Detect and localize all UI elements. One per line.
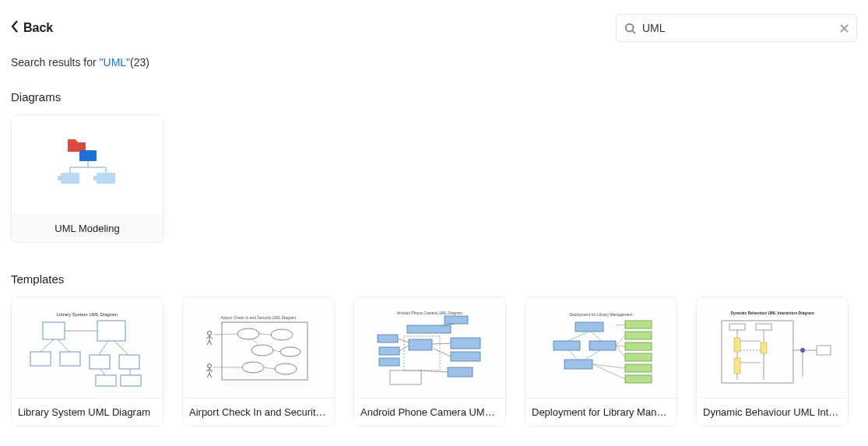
svg-text:Android Phone Camera UML Diagr: Android Phone Camera UML Diagram <box>397 311 462 315</box>
svg-rect-82 <box>625 364 652 372</box>
search-box[interactable] <box>616 14 857 42</box>
svg-rect-14 <box>43 322 65 339</box>
svg-line-68 <box>398 339 409 342</box>
template-card-label: Airport Check In and Security U... <box>183 399 334 426</box>
template-card[interactable]: Android Phone Camera UML Diagram <box>353 297 506 427</box>
diagram-card-label: UML Modeling <box>12 215 163 242</box>
svg-line-42 <box>209 374 212 378</box>
svg-rect-18 <box>90 355 110 369</box>
svg-rect-20 <box>96 375 116 386</box>
diagram-card[interactable]: UML Modeling <box>11 114 163 243</box>
template-card[interactable]: Dynamic Behaviour UML Interaction Diagra… <box>696 297 849 427</box>
svg-rect-17 <box>60 352 80 366</box>
svg-line-54 <box>264 367 275 369</box>
svg-line-23 <box>58 339 69 352</box>
template-thumbnail: Library System UML Diagram <box>12 297 163 399</box>
svg-line-34 <box>209 336 213 339</box>
svg-point-43 <box>237 328 259 339</box>
svg-rect-4 <box>79 150 97 161</box>
svg-rect-61 <box>409 339 432 350</box>
svg-line-70 <box>432 343 451 344</box>
svg-line-90 <box>616 346 625 346</box>
svg-rect-83 <box>625 375 652 383</box>
template-thumbnail: Deployment for Library Management <box>525 297 676 399</box>
svg-rect-63 <box>451 352 480 361</box>
svg-rect-108 <box>817 346 831 355</box>
svg-line-91 <box>616 346 625 357</box>
svg-rect-78 <box>625 321 652 328</box>
svg-line-51 <box>253 339 259 346</box>
search-icon <box>624 23 636 34</box>
svg-rect-9 <box>61 173 79 184</box>
svg-point-46 <box>280 347 300 356</box>
svg-rect-60 <box>379 358 399 366</box>
svg-rect-12 <box>93 176 98 181</box>
svg-rect-57 <box>407 325 451 333</box>
results-prefix: Search results for <box>11 56 100 68</box>
svg-rect-97 <box>756 324 771 330</box>
svg-rect-102 <box>761 342 767 353</box>
svg-rect-80 <box>625 342 652 350</box>
template-card[interactable]: Deployment for Library Management <box>525 297 677 427</box>
svg-text:Library System UML Diagram: Library System UML Diagram <box>57 312 118 317</box>
svg-rect-21 <box>121 375 141 386</box>
svg-line-41 <box>207 374 209 378</box>
svg-line-25 <box>99 341 108 355</box>
template-thumbnail: Airport Check In and Security UML Diagra… <box>183 297 334 399</box>
chevron-left-icon <box>11 20 19 36</box>
svg-line-22 <box>40 339 54 352</box>
template-card[interactable]: Airport Check In and Security UML Diagra… <box>182 297 335 427</box>
svg-rect-96 <box>729 324 745 330</box>
svg-line-89 <box>616 335 625 346</box>
svg-rect-65 <box>390 370 421 385</box>
template-card[interactable]: Library System UML Diagram <box>11 297 163 427</box>
svg-rect-11 <box>97 173 115 184</box>
svg-line-85 <box>591 332 602 341</box>
svg-rect-81 <box>625 353 652 361</box>
svg-rect-59 <box>379 347 399 355</box>
template-thumbnail: Android Phone Camera UML Diagram <box>354 297 505 399</box>
svg-text:Airport Check In and Security : Airport Check In and Security UML Diagra… <box>220 315 296 320</box>
svg-line-49 <box>213 334 237 335</box>
svg-rect-79 <box>625 332 652 339</box>
back-button[interactable]: Back <box>11 20 53 36</box>
svg-line-84 <box>568 332 589 341</box>
svg-rect-74 <box>575 322 603 332</box>
svg-rect-15 <box>97 321 125 341</box>
svg-line-36 <box>209 341 212 345</box>
svg-rect-64 <box>448 367 473 377</box>
svg-rect-77 <box>564 360 592 369</box>
templates-heading: Templates <box>11 272 857 286</box>
template-card-label: Deployment for Library Manage... <box>525 399 676 426</box>
results-count: (23) <box>130 56 149 68</box>
results-query: "UML" <box>100 56 131 68</box>
svg-line-88 <box>616 325 625 325</box>
svg-rect-62 <box>451 338 480 349</box>
svg-line-33 <box>206 336 209 339</box>
svg-point-37 <box>208 363 212 367</box>
svg-line-39 <box>206 369 209 371</box>
svg-point-0 <box>626 23 634 31</box>
svg-rect-16 <box>30 352 51 366</box>
svg-line-40 <box>209 369 213 371</box>
svg-rect-10 <box>58 176 62 181</box>
svg-point-48 <box>275 363 297 374</box>
template-card-label: Android Phone Camera UML Dia... <box>354 399 505 426</box>
svg-rect-101 <box>734 358 740 374</box>
search-input[interactable] <box>642 22 834 34</box>
svg-point-31 <box>208 331 212 335</box>
svg-line-26 <box>114 341 128 355</box>
svg-rect-100 <box>734 338 740 352</box>
results-summary: Search results for "UML"(23) <box>11 56 857 68</box>
svg-line-71 <box>434 349 451 356</box>
clear-icon[interactable] <box>840 24 849 33</box>
svg-rect-75 <box>553 341 580 350</box>
svg-line-35 <box>207 341 209 345</box>
svg-rect-19 <box>119 355 139 369</box>
svg-line-27 <box>100 369 105 375</box>
svg-line-52 <box>273 350 281 352</box>
svg-rect-56 <box>445 316 468 324</box>
diagram-thumbnail <box>12 115 163 215</box>
template-card-label: Dynamic Behaviour UML Interac... <box>697 399 848 426</box>
svg-line-50 <box>259 334 271 335</box>
